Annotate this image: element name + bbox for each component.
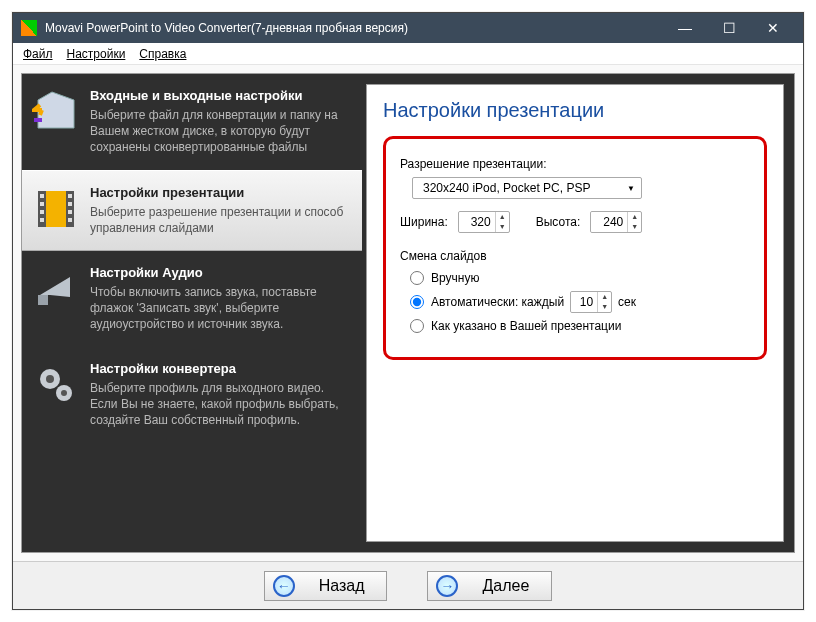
menu-help[interactable]: Справка <box>139 47 186 61</box>
width-input[interactable] <box>459 212 495 232</box>
gears-icon <box>32 361 80 409</box>
menu-file[interactable]: Файл <box>23 47 53 61</box>
card-desc: Выберите профиль для выходного видео. Ес… <box>90 380 350 429</box>
down-arrow-icon[interactable]: ▼ <box>598 302 611 312</box>
footer-nav: ← Назад → Далее <box>13 561 803 609</box>
interval-input[interactable] <box>571 292 597 312</box>
resolution-select[interactable]: 320x240 iPod, Pocket PC, PSP ▼ <box>412 177 642 199</box>
panel-heading: Настройки презентации <box>383 99 767 122</box>
sidebar: Входные и выходные настройки Выберите фа… <box>22 74 362 552</box>
highlighted-region: Разрешение презентации: 320x240 iPod, Po… <box>383 136 767 360</box>
back-button[interactable]: ← Назад <box>264 571 388 601</box>
down-arrow-icon[interactable]: ▼ <box>628 222 641 232</box>
card-desc: Выберите разрешение презентации и способ… <box>90 204 350 236</box>
window-title: Movavi PowerPoint to Video Converter(7-д… <box>45 21 408 35</box>
svg-rect-7 <box>68 194 72 198</box>
svg-rect-4 <box>40 202 44 206</box>
sidebar-item-io-settings[interactable]: Входные и выходные настройки Выберите фа… <box>22 74 362 170</box>
svg-point-13 <box>46 375 54 383</box>
menubar: Файл Настройки Справка <box>13 43 803 65</box>
radio-auto-suffix: сек <box>618 295 636 309</box>
close-button[interactable]: ✕ <box>751 13 795 43</box>
slides-group-label: Смена слайдов <box>400 249 750 263</box>
height-label: Высота: <box>536 215 581 229</box>
radio-manual-label: Вручную <box>431 271 479 285</box>
card-desc: Чтобы включить запись звука, поставьте ф… <box>90 284 350 333</box>
sidebar-item-audio-settings[interactable]: Настройки Аудио Чтобы включить запись зв… <box>22 251 362 347</box>
chevron-down-icon: ▼ <box>627 184 635 193</box>
arrow-left-icon: ← <box>273 575 295 597</box>
up-arrow-icon[interactable]: ▲ <box>496 212 509 222</box>
resolution-label: Разрешение презентации: <box>400 157 547 171</box>
svg-rect-9 <box>68 210 72 214</box>
radio-auto[interactable] <box>410 295 424 309</box>
down-arrow-icon[interactable]: ▼ <box>496 222 509 232</box>
svg-rect-10 <box>68 218 72 222</box>
megaphone-icon <box>32 265 80 313</box>
radio-as-in-presentation[interactable] <box>410 319 424 333</box>
sidebar-item-presentation-settings[interactable]: Настройки презентации Выберите разрешени… <box>22 170 362 251</box>
card-title: Входные и выходные настройки <box>90 88 350 103</box>
width-stepper[interactable]: ▲▼ <box>458 211 510 233</box>
content-area: Входные и выходные настройки Выберите фа… <box>13 65 803 561</box>
card-title: Настройки Аудио <box>90 265 350 280</box>
svg-rect-8 <box>68 202 72 206</box>
height-stepper[interactable]: ▲▼ <box>590 211 642 233</box>
card-title: Настройки презентации <box>90 185 350 200</box>
folder-icon <box>32 88 80 136</box>
sidebar-item-converter-settings[interactable]: Настройки конвертера Выберите профиль дл… <box>22 347 362 443</box>
svg-point-15 <box>61 390 67 396</box>
up-arrow-icon[interactable]: ▲ <box>628 212 641 222</box>
menu-settings[interactable]: Настройки <box>67 47 126 61</box>
app-window: Movavi PowerPoint to Video Converter(7-д… <box>12 12 804 610</box>
radio-manual[interactable] <box>410 271 424 285</box>
radio-auto-prefix: Автоматически: каждый <box>431 295 564 309</box>
maximize-button[interactable]: ☐ <box>707 13 751 43</box>
resolution-value: 320x240 iPod, Pocket PC, PSP <box>423 181 590 195</box>
svg-rect-5 <box>40 210 44 214</box>
card-title: Настройки конвертера <box>90 361 350 376</box>
titlebar[interactable]: Movavi PowerPoint to Video Converter(7-д… <box>13 13 803 43</box>
app-logo-icon <box>21 20 37 36</box>
next-button[interactable]: → Далее <box>427 571 552 601</box>
svg-rect-6 <box>40 218 44 222</box>
minimize-button[interactable]: — <box>663 13 707 43</box>
height-input[interactable] <box>591 212 627 232</box>
interval-stepper[interactable]: ▲▼ <box>570 291 612 313</box>
radio-asin-label: Как указано в Вашей презентации <box>431 319 621 333</box>
width-label: Ширина: <box>400 215 448 229</box>
settings-panel: Настройки презентации Разрешение презент… <box>366 84 784 542</box>
next-label: Далее <box>468 577 543 595</box>
back-label: Назад <box>305 577 379 595</box>
up-arrow-icon[interactable]: ▲ <box>598 292 611 302</box>
card-desc: Выберите файл для конвертации и папку на… <box>90 107 350 156</box>
svg-rect-11 <box>38 295 48 305</box>
svg-rect-3 <box>40 194 44 198</box>
filmstrip-icon <box>32 185 80 233</box>
arrow-right-icon: → <box>436 575 458 597</box>
